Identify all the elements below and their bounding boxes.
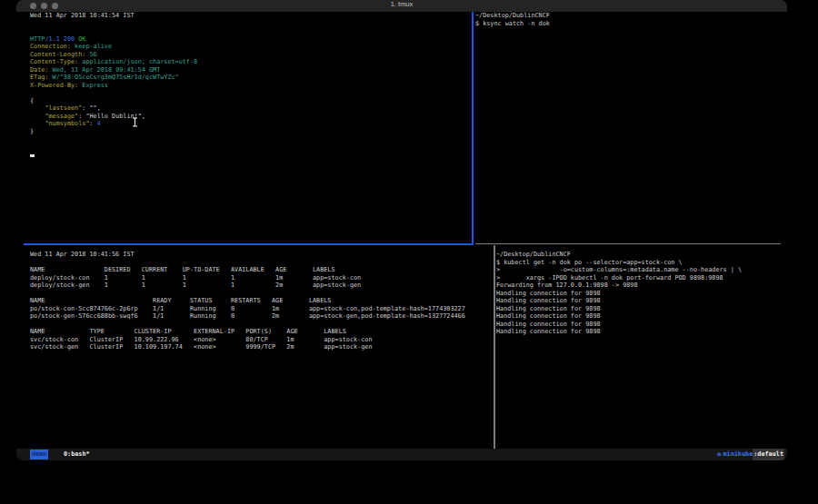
terminal-text: $ kubectl get -n dok po --selector=app=s… — [496, 259, 683, 266]
terminal-text: Forwarding from 127.0.0.1:9898 -> 9898 — [496, 282, 638, 289]
terminal-text: "numsymbols" — [45, 120, 89, 127]
terminal-line: po/stock-gen-576cc688bb-swqf6 1/1 Runnin… — [30, 312, 489, 321]
minimize-button[interactable] — [41, 3, 47, 9]
session-name-badge[interactable]: demo — [30, 450, 48, 460]
terminal-line: $ ksync watch -n dok — [475, 20, 784, 28]
pane-http-response[interactable]: Wed 11 Apr 2018 10:41:54 ISTHTTP/1.1 200… — [30, 12, 470, 135]
terminal-text: $ ksync watch -n dok — [475, 20, 550, 27]
pane-ksync-watch[interactable]: ~/Desktop/DublinCNCF$ ksync watch -n dok — [475, 12, 784, 27]
terminal-text: Handling connection for 9898 — [496, 328, 601, 335]
kube-namespace-label: :default — [753, 449, 784, 460]
pane-divider-horizontal-left[interactable] — [24, 243, 474, 245]
terminal-text: Content-Length: — [30, 51, 85, 58]
terminal-text: Handling connection for 9898 — [496, 312, 601, 320]
terminal-text: } — [30, 128, 34, 135]
terminal-text: Wed, 11 Apr 2018 09:41:54 GMT — [53, 66, 161, 74]
terminal-line — [30, 321, 489, 329]
pane-divider-vertical-top[interactable] — [472, 12, 474, 243]
terminal-window: 1. tmux Wed 11 Apr 2018 10:41:54 ISTHTTP… — [16, 0, 787, 460]
terminal-line: Handling connection for 9898 — [496, 321, 785, 329]
terminal-line: > xargs -IPOD kubectl -n dok port-forwar… — [496, 274, 785, 282]
terminal-text: NAME TYPE CLUSTER-IP EXTERNAL-IP PORT(S)… — [30, 328, 346, 335]
pane-divider-vertical-bottom[interactable] — [494, 245, 495, 449]
pane-kubectl-get[interactable]: Wed 11 Apr 2018 10:41:56 ISTNAME DESIRED… — [30, 251, 489, 351]
terminal-text — [30, 104, 45, 112]
terminal-text: NAME READY STATUS RESTARTS AGE LABELS — [30, 297, 331, 304]
terminal-text: po/stock-gen-576cc688bb-swqf6 1/1 Runnin… — [30, 312, 465, 320]
terminal-line: "lastseen": "", — [30, 104, 470, 113]
terminal-text: "lastseen" — [45, 104, 82, 112]
terminal-text: Express — [82, 82, 108, 89]
terminal-text: Handling connection for 9898 — [496, 297, 601, 304]
terminal-text: HTTP — [30, 35, 45, 43]
terminal-line: Handling connection for 9898 — [496, 312, 785, 321]
terminal-text — [30, 120, 45, 127]
pane-divider-horizontal-right[interactable] — [475, 243, 781, 244]
terminal-text: Handling connection for 9898 — [496, 321, 601, 328]
terminal-line: Connection: keep-alive — [30, 43, 470, 51]
terminal-line: HTTP/1.1 200 OK — [30, 35, 470, 44]
terminal-text: ~/Desktop/DublinCNCF — [496, 251, 571, 258]
terminal-line: deploy/stock-con 1 1 1 1 1m app=stock-co… — [30, 274, 489, 282]
terminal-line: Date: Wed, 11 Apr 2018 09:41:54 GMT — [30, 66, 470, 74]
tmux-status-bar: demo 0:bash* ☸ minikube :default — [16, 449, 787, 460]
terminal-line: "numsymbols": 4 — [30, 120, 470, 128]
terminal-line: Forwarding from 127.0.0.1:9898 -> 9898 — [496, 282, 785, 290]
kube-status-segment: ☸ minikube :default — [717, 449, 784, 460]
terminal-line: > -o=custom-columns=:metadata.name --no-… — [496, 266, 785, 274]
terminal-text: "message" — [45, 113, 78, 120]
terminal-text: po/stock-con-5cc874766c-2p6rp 1/1 Runnin… — [30, 305, 465, 312]
terminal-line: Content-Length: 56 — [30, 51, 470, 59]
terminal-line: svc/stock-gen ClusterIP 10.109.197.74 <n… — [30, 343, 489, 351]
terminal-line: po/stock-con-5cc874766c-2p6rp 1/1 Runnin… — [30, 305, 489, 313]
terminal-text: keep-alive — [75, 43, 112, 50]
terminal-line: $ kubectl get -n dok po --selector=app=s… — [496, 259, 785, 267]
terminal-text: svc/stock-gen ClusterIP 10.109.197.74 <n… — [30, 343, 372, 351]
terminal-line — [30, 290, 489, 298]
terminal-text: application/json; charset=utf-8 — [82, 58, 197, 65]
window-title: 1. tmux — [16, 0, 787, 8]
terminal-text: W/"38-O5coCsrg3mQ75sHr1d/qcWTwYZc" — [53, 74, 179, 81]
terminal-line: Handling connection for 9898 — [496, 305, 785, 313]
terminal-line: X-Powered-By: Express — [30, 82, 470, 90]
terminal-text: Date: — [30, 66, 48, 74]
terminal-line: Content-Type: application/json; charset=… — [30, 58, 470, 66]
titlebar[interactable]: 1. tmux — [16, 0, 787, 13]
terminal-text: deploy/stock-con 1 1 1 1 1m app=stock-co… — [30, 274, 361, 282]
terminal-text: 56 — [89, 51, 96, 58]
terminal-text: 4 — [97, 120, 101, 127]
terminal-text: { — [30, 97, 34, 104]
kube-context-label: minikube — [723, 449, 753, 460]
terminal-line: NAME TYPE CLUSTER-IP EXTERNAL-IP PORT(S)… — [30, 328, 489, 336]
terminal-text: : — [89, 120, 96, 127]
terminal-line: ~/Desktop/DublinCNCF — [475, 12, 784, 20]
traffic-lights — [30, 3, 58, 9]
terminal-line: NAME DESIRED CURRENT UP-TO-DATE AVAILABL… — [30, 266, 489, 274]
terminal-line — [30, 89, 470, 97]
terminal-line: Wed 11 Apr 2018 10:41:54 IST — [30, 12, 470, 20]
terminal-text: X-Powered-By: — [30, 82, 78, 89]
terminal-text: Handling connection for 9898 — [496, 305, 601, 312]
window-tab-bash[interactable]: 0:bash* — [64, 449, 90, 460]
terminal-text: /1.1 200 — [45, 35, 78, 43]
terminal-block-cursor — [30, 154, 35, 157]
terminal-text: Handling connection for 9898 — [496, 290, 601, 297]
pane-port-forward[interactable]: ~/Desktop/DublinCNCF$ kubectl get -n dok… — [496, 251, 785, 336]
zoom-button[interactable] — [52, 3, 58, 9]
kubernetes-helm-icon: ☸ — [717, 449, 722, 460]
terminal-line: Handling connection for 9898 — [496, 297, 785, 305]
terminal-text — [30, 113, 45, 120]
close-button[interactable] — [30, 3, 36, 9]
terminal-line: NAME READY STATUS RESTARTS AGE LABELS — [30, 297, 489, 305]
terminal-text: Content-Type: — [30, 58, 78, 65]
terminal-text: OK — [78, 35, 85, 43]
terminal-text: ~/Desktop/DublinCNCF — [475, 12, 550, 19]
terminal-text: Wed 11 Apr 2018 10:41:56 IST — [30, 251, 135, 258]
terminal-text: Connection: — [30, 43, 71, 50]
desktop: 1. tmux Wed 11 Apr 2018 10:41:54 ISTHTTP… — [0, 0, 818, 504]
terminal-line: Handling connection for 9898 — [496, 328, 785, 336]
tmux-terminal: Wed 11 Apr 2018 10:41:54 ISTHTTP/1.1 200… — [16, 12, 787, 449]
terminal-line: "message": "Hello Dublin!", — [30, 113, 470, 121]
terminal-text: > -o=custom-columns=:metadata.name --no-… — [496, 266, 742, 273]
terminal-text: : "", — [82, 104, 100, 112]
